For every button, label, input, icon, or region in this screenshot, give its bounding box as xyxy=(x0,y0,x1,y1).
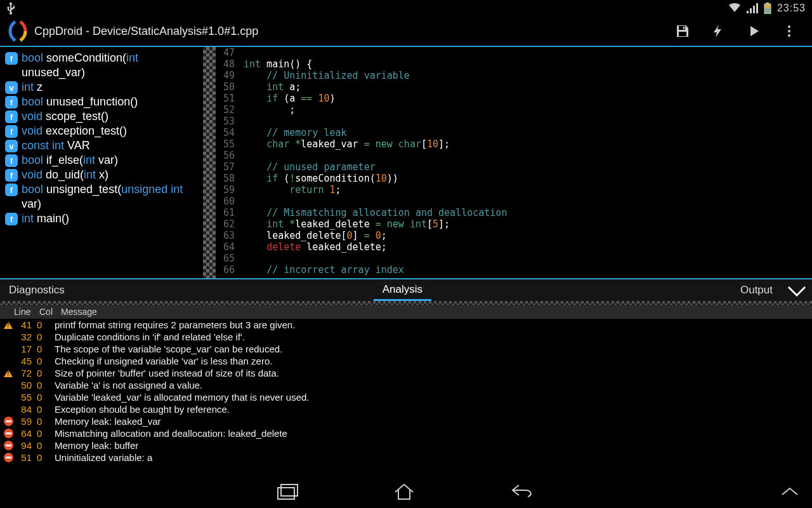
outline-label: int z xyxy=(22,80,199,95)
home-icon xyxy=(393,483,415,500)
more-vert-icon xyxy=(782,23,797,39)
symbol-outline[interactable]: fbool someCondition(int unused_var)vint … xyxy=(0,47,203,278)
action-bar: CppDroid - Device/StaticAnalysis#1.0#1.c… xyxy=(0,17,812,47)
tab-diagnostics[interactable]: Diagnostics xyxy=(0,279,74,301)
analysis-row[interactable]: 550Variable 'leaked_var' is allocated me… xyxy=(0,391,812,403)
svg-point-3 xyxy=(788,25,790,28)
analysis-col: 0 xyxy=(37,380,55,391)
warning-icon xyxy=(4,321,13,329)
clock: 23:53 xyxy=(777,3,806,14)
signal-icon xyxy=(747,3,758,13)
analysis-line: 50 xyxy=(14,380,37,391)
run-button[interactable] xyxy=(736,16,771,46)
outline-badge: f xyxy=(5,169,18,182)
outline-badge: f xyxy=(5,184,18,196)
analysis-row[interactable]: 450Checking if unsigned variable 'var' i… xyxy=(0,355,812,367)
svg-rect-2 xyxy=(765,4,770,8)
analysis-message: Memory leak: leaked_var xyxy=(55,416,161,427)
analysis-col: 0 xyxy=(37,404,55,415)
outline-item[interactable]: fvoid scope_test() xyxy=(5,109,199,124)
analysis-row[interactable]: 500Variable 'a' is not assigned a value. xyxy=(0,379,812,391)
outline-item[interactable]: fvoid do_uid(int x) xyxy=(5,168,199,182)
outline-label: bool someCondition(int unused_var) xyxy=(22,51,199,80)
analysis-panel: Line Col Message 410printf format string… xyxy=(0,301,812,464)
outline-badge: f xyxy=(5,110,18,123)
lightning-icon xyxy=(710,23,726,39)
analysis-message: Mismatching allocation and deallocation:… xyxy=(55,428,287,439)
analysis-col: 0 xyxy=(37,331,55,342)
nav-up-button[interactable] xyxy=(780,486,799,497)
outline-label: bool unused_function() xyxy=(22,95,199,109)
analysis-row[interactable]: 640Mismatching allocation and deallocati… xyxy=(0,427,812,439)
analysis-message: Uninitialized variable: a xyxy=(55,452,152,463)
analysis-row[interactable]: 410printf format string requires 2 param… xyxy=(0,319,812,331)
analysis-row[interactable]: 170The scope of the variable 'scope_var'… xyxy=(0,343,812,355)
analysis-row[interactable]: 590Memory leak: leaked_var xyxy=(0,415,812,427)
nav-back-button[interactable] xyxy=(510,483,535,500)
android-status-bar: 23:53 xyxy=(0,0,812,17)
nav-home-button[interactable] xyxy=(393,483,415,500)
outline-item[interactable]: fint main() xyxy=(5,211,199,226)
analysis-row[interactable]: 320Duplicate conditions in 'if' and rela… xyxy=(0,331,812,343)
overflow-menu-button[interactable] xyxy=(771,16,807,46)
analysis-line: 59 xyxy=(14,416,37,427)
analysis-message: Size of pointer 'buffer' used instead of… xyxy=(55,368,279,378)
outline-item[interactable]: vconst int VAR xyxy=(5,138,199,153)
analysis-col: 0 xyxy=(37,319,55,330)
tab-output[interactable]: Output xyxy=(731,279,782,301)
outline-badge: v xyxy=(5,81,18,94)
nav-recent-button[interactable] xyxy=(277,483,298,500)
analysis-line: 51 xyxy=(14,452,37,463)
analysis-col: 0 xyxy=(37,368,55,378)
analysis-line: 55 xyxy=(14,392,37,403)
error-icon xyxy=(4,441,13,450)
analysis-message: Memory leak: buffer xyxy=(55,440,138,451)
code-editor[interactable]: 4748495051525354555657585960616263646566… xyxy=(216,47,812,278)
analysis-line: 84 xyxy=(14,404,37,415)
outline-label: void do_uid(int x) xyxy=(22,168,199,182)
outline-label: bool unsigned_test(unsigned int var) xyxy=(22,182,199,211)
error-icon xyxy=(4,417,13,426)
analysis-row[interactable]: 940Memory leak: buffer xyxy=(0,439,812,451)
analysis-col: 0 xyxy=(37,440,55,451)
usb-icon xyxy=(6,2,15,15)
outline-item[interactable]: fvoid exception_test() xyxy=(5,124,199,138)
outline-label: bool if_else(int var) xyxy=(22,153,199,168)
outline-label: void exception_test() xyxy=(22,124,199,138)
outline-item[interactable]: vint z xyxy=(5,80,199,95)
analysis-row[interactable]: 720Size of pointer 'buffer' used instead… xyxy=(0,367,812,379)
analysis-line: 17 xyxy=(14,344,37,354)
error-icon xyxy=(4,429,13,438)
tab-analysis[interactable]: Analysis xyxy=(374,279,431,301)
compile-button[interactable] xyxy=(700,16,736,46)
wifi-icon xyxy=(728,3,741,13)
analysis-message: Variable 'leaked_var' is allocated memor… xyxy=(55,392,309,403)
analysis-col: 0 xyxy=(37,428,55,439)
save-icon xyxy=(675,23,690,39)
outline-badge: f xyxy=(5,213,18,225)
analysis-line: 32 xyxy=(14,331,37,342)
analysis-col: 0 xyxy=(37,416,55,427)
expand-panel-button[interactable] xyxy=(782,279,812,301)
analysis-row[interactable]: 840Exception should be caught by referen… xyxy=(0,403,812,415)
play-icon xyxy=(746,23,761,39)
save-button[interactable] xyxy=(665,16,700,46)
analysis-line: 72 xyxy=(14,368,37,378)
outline-item[interactable]: fbool someCondition(int unused_var) xyxy=(5,51,199,80)
editor-gutter-strip xyxy=(203,47,216,278)
android-nav-bar xyxy=(0,475,812,508)
analysis-message: Variable 'a' is not assigned a value. xyxy=(55,380,202,391)
outline-badge: f xyxy=(5,52,18,65)
analysis-col: 0 xyxy=(37,356,55,366)
code-content[interactable]: int main() { // Uninitialized variable i… xyxy=(239,47,812,278)
outline-item[interactable]: fbool unused_function() xyxy=(5,95,199,109)
outline-item[interactable]: fbool if_else(int var) xyxy=(5,153,199,168)
analysis-row[interactable]: 510Uninitialized variable: a xyxy=(0,451,812,464)
outline-item[interactable]: fbool unsigned_test(unsigned int var) xyxy=(5,182,199,211)
analysis-col: 0 xyxy=(37,344,55,354)
recent-icon xyxy=(277,483,298,500)
analysis-message: Duplicate conditions in 'if' and related… xyxy=(55,331,245,342)
analysis-header: Line Col Message xyxy=(0,305,812,319)
analysis-message: Exception should be caught by reference. xyxy=(55,404,230,415)
analysis-line: 45 xyxy=(14,356,37,366)
